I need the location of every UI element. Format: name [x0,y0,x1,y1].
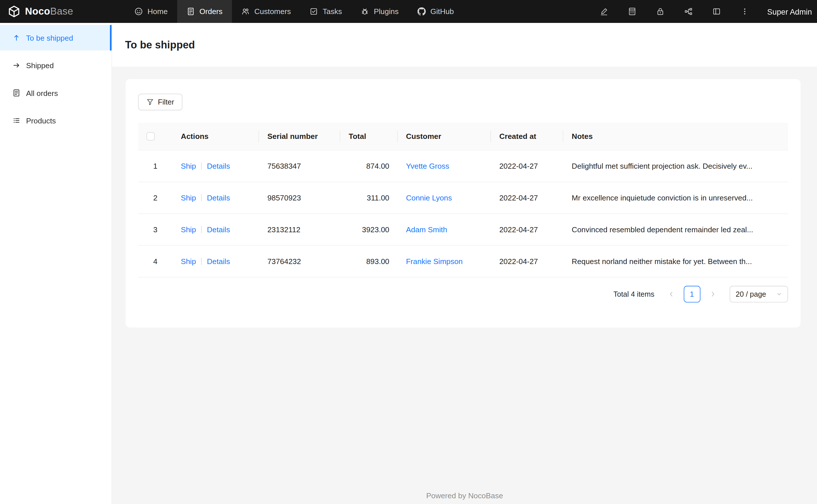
logo-text: NocoBase [25,6,73,17]
ship-link[interactable]: Ship [181,257,196,265]
prev-page-button[interactable] [663,286,680,302]
nav-item-label: GitHub [430,7,454,15]
nocobase-footer-link[interactable]: NocoBase [468,491,503,500]
cell-created-at: 2022-04-27 [491,213,563,245]
page-number-button[interactable]: 1 [684,286,700,302]
highlighter-icon[interactable] [590,0,618,23]
cell-customer: Frankie Simpson [398,245,491,277]
cell-customer: Connie Lyons [398,182,491,213]
orders-icon [186,7,194,15]
table-row: 1 ShipDetails 75638347 874.00 Yvette Gro… [138,150,788,182]
ship-link[interactable]: Ship [181,162,196,170]
filter-icon [146,99,154,106]
cell-notes: Convinced resembled dependent remainder … [563,213,788,245]
table-row: 2 ShipDetails 98570923 311.00 Connie Lyo… [138,182,788,213]
cell-customer: Adam Smith [398,213,491,245]
sidebar-item-shipped[interactable]: Shipped [0,53,111,78]
details-link[interactable]: Details [207,225,230,233]
action-divider [201,226,202,233]
api-icon[interactable] [675,0,703,23]
navbar-right-tools: Super Admin [590,0,817,23]
nav-item-label: Orders [199,7,223,15]
row-index: 3 [138,213,172,245]
row-index: 1 [138,150,172,182]
select-all-checkbox[interactable] [146,132,155,141]
column-header-customer: Customer [398,123,491,150]
content-area: Filter Actions Serial number Total [112,67,817,504]
cell-notes: Delightful met sufficient projection ask… [563,150,788,182]
customer-link[interactable]: Yvette Gross [406,162,449,170]
user-menu[interactable]: Super Admin [759,7,817,16]
customer-link[interactable]: Adam Smith [406,225,447,233]
github-icon [417,7,426,15]
details-link[interactable]: Details [207,257,230,265]
cell-total: 874.00 [340,150,398,182]
action-divider [201,257,202,265]
cell-created-at: 2022-04-27 [491,245,563,277]
customer-link[interactable]: Connie Lyons [406,193,452,202]
customer-link[interactable]: Frankie Simpson [406,257,463,265]
nav-item-github[interactable]: GitHub [408,0,463,23]
cell-serial-number: 98570923 [259,182,341,213]
logo[interactable]: NocoBase [0,0,112,23]
logo-text-light: Base [50,6,73,17]
plugins-icon [361,7,369,15]
page-size-select[interactable]: 20 / page [729,286,788,302]
arrow-right-icon [13,62,20,69]
app-window: NocoBase Home [0,0,817,504]
nav-item-plugins[interactable]: Plugins [351,0,408,23]
lock-icon[interactable] [647,0,675,23]
ship-link[interactable]: Ship [181,225,196,233]
sidebar-item-label: All orders [26,89,58,97]
list-icon [13,117,20,124]
cell-total: 311.00 [340,182,398,213]
nav-item-orders[interactable]: Orders [177,0,232,23]
customers-icon [242,7,250,15]
cell-actions: ShipDetails [172,150,259,182]
next-page-button[interactable] [704,286,721,302]
sidebar: To be shipped Shipped All orders [0,23,112,504]
cell-created-at: 2022-04-27 [491,150,563,182]
nav-item-home[interactable]: Home [125,0,177,23]
nav-item-customers[interactable]: Customers [232,0,300,23]
top-navbar: NocoBase Home [0,0,817,23]
sidebar-item-to-be-shipped[interactable]: To be shipped [0,25,111,50]
logo-text-bold: Noco [25,6,50,17]
table-header-row: Actions Serial number Total Customer Cre… [138,123,788,150]
powered-by-footer: Powered by NocoBase [112,491,817,500]
calculator-icon[interactable] [618,0,646,23]
chevron-right-icon [710,291,716,297]
filter-button[interactable]: Filter [138,94,182,110]
cell-serial-number: 75638347 [259,150,341,182]
nav-item-label: Home [147,7,167,15]
cell-created-at: 2022-04-27 [491,182,563,213]
page-header: To be shipped [112,23,817,67]
cell-customer: Yvette Gross [398,150,491,182]
details-link[interactable]: Details [207,162,230,170]
more-icon[interactable] [731,0,759,23]
pagination: Total 4 items 1 20 / page [138,286,788,302]
sidebar-item-products[interactable]: Products [0,108,111,133]
nav-item-label: Customers [254,7,291,15]
cell-serial-number: 73764232 [259,245,341,277]
nav-item-label: Tasks [323,7,342,15]
sidebar-item-all-orders[interactable]: All orders [0,80,111,106]
main-nav: Home Orders [125,0,463,23]
chevron-down-icon [777,291,782,296]
cell-total: 3923.00 [340,213,398,245]
select-all-header [138,123,172,150]
filter-button-label: Filter [158,98,174,106]
table-row: 3 ShipDetails 23132112 3923.00 Adam Smit… [138,213,788,245]
orders-table: Actions Serial number Total Customer Cre… [138,123,788,277]
nav-item-tasks[interactable]: Tasks [300,0,351,23]
page-size-value: 20 / page [736,290,766,298]
sidebar-item-label: Products [26,116,56,125]
action-divider [201,162,202,169]
details-link[interactable]: Details [207,193,230,202]
layout-icon[interactable] [703,0,731,23]
column-header-created-at: Created at [491,123,563,150]
sidebar-item-label: Shipped [26,61,54,70]
ship-link[interactable]: Ship [181,193,196,202]
sidebar-item-label: To be shipped [26,34,73,42]
powered-by-text: Powered by [426,491,466,500]
